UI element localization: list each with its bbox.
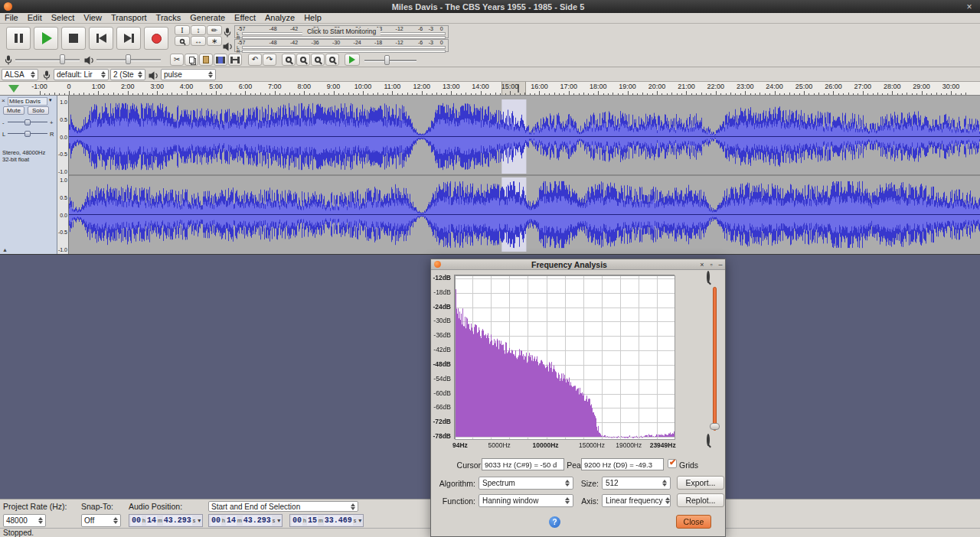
spinner-icon[interactable] [206,71,213,78]
project-rate-select[interactable]: 48000 [3,514,46,527]
spinner-icon[interactable] [111,517,118,524]
stop-button[interactable] [61,27,86,50]
undo-button[interactable]: ↶ [248,54,262,66]
algorithm-select[interactable]: Spectrum [479,477,573,490]
menu-analyze[interactable]: Analyze [260,13,299,23]
fit-selection-button[interactable] [311,54,325,66]
time-seconds[interactable]: 43.293 [243,516,272,526]
menu-help[interactable]: Help [299,13,326,23]
dialog-titlebar[interactable]: Frequency Analysis × ▫ ‒ [431,259,725,270]
zoom-out-button[interactable] [296,54,310,66]
multi-tool-button[interactable]: ∗ [207,36,222,46]
spectrum-plot[interactable] [455,275,675,440]
dialog-minimize-icon[interactable]: ‒ [716,260,725,269]
menu-file[interactable]: File [0,13,23,23]
time-hours[interactable]: 00 [211,516,221,526]
selection-mode-select[interactable]: Start and End of Selection [208,501,358,512]
spinner-icon[interactable] [36,517,43,524]
axis-select[interactable]: Linear frequency [602,494,671,507]
draw-tool-button[interactable]: ✏ [207,25,222,35]
play-button[interactable] [34,27,58,50]
playback-device-select[interactable]: pulse [161,69,216,80]
size-select[interactable]: 512 [602,477,671,490]
spinner-icon[interactable] [348,503,355,510]
time-seconds[interactable]: 33.469 [324,516,353,526]
copy-button[interactable] [185,54,198,66]
peak-value-field[interactable]: 9200 Hz (D9) = -49.3 [581,458,664,470]
spinner-icon[interactable] [563,480,570,487]
plot-zoom-out-icon[interactable] [707,435,710,444]
vertical-scale-ruler[interactable]: 1.00.50.0-0.5-1.0 1.00.50.0-0.5-1.0 [57,96,69,254]
meter-monitor-text[interactable]: Click to Start Monitoring [302,28,381,35]
recording-channels-select[interactable]: 2 (Ste [110,69,145,80]
menu-select[interactable]: Select [47,13,80,23]
pause-button[interactable] [6,27,31,50]
spinner-icon[interactable] [660,480,667,487]
pan-slider[interactable] [8,130,47,138]
selection-tool-button[interactable]: I [175,25,190,35]
help-button[interactable]: ? [549,516,560,528]
skip-to-start-button[interactable] [89,27,113,50]
audio-host-select[interactable]: ALSA [2,69,38,80]
play-speed-slider[interactable] [364,55,416,65]
track-collapse-icon[interactable]: ▲ [2,247,8,252]
track-control-panel[interactable]: × Miles Davis ▾ Mute Solo - + L R Stereo… [0,96,57,254]
gain-slider[interactable] [8,119,47,126]
quickplay-icon[interactable] [8,85,19,93]
dropdown-arrow-icon[interactable]: ▾ [277,517,280,524]
time-hours[interactable]: 00 [131,516,142,526]
spinner-icon[interactable] [663,497,670,504]
time-minutes[interactable]: 14 [226,516,237,526]
selection-start-field[interactable]: 00h14m43.293s▾ [208,514,283,527]
menu-view[interactable]: View [79,13,106,23]
plot-zoom-slider-thumb[interactable] [710,423,720,430]
time-seconds[interactable]: 43.293 [163,516,192,526]
spinner-icon[interactable] [28,71,35,78]
dialog-close-icon[interactable]: × [697,260,707,269]
recording-device-select[interactable]: default: Lir [54,69,109,80]
paste-button[interactable] [199,54,213,66]
menu-edit[interactable]: Edit [23,13,47,23]
record-button[interactable] [144,27,168,50]
skip-to-end-button[interactable] [116,27,141,50]
recording-volume-slider[interactable] [15,54,80,64]
snap-to-select[interactable]: Off [81,514,121,527]
menu-tracks[interactable]: Tracks [152,13,186,23]
cut-button[interactable]: ✂ [170,54,184,66]
track-menu-icon[interactable]: ▾ [49,97,52,103]
playback-volume-slider[interactable] [96,54,161,64]
cursor-value-field[interactable]: 9033 Hz (C#9) = -50 d [482,458,564,470]
dropdown-arrow-icon[interactable]: ▾ [358,517,361,524]
waveform-channel-left[interactable] [69,99,980,174]
slider-thumb[interactable] [24,131,31,137]
slider-thumb[interactable] [60,54,65,64]
silence-audio-button[interactable] [228,54,242,66]
spinner-icon[interactable] [136,71,142,78]
close-button[interactable]: Close [676,515,711,529]
grids-checkbox[interactable]: ✔ [668,459,677,468]
zoom-in-button[interactable] [282,54,296,66]
time-minutes[interactable]: 14 [146,516,157,526]
zoom-tool-button[interactable] [175,36,190,46]
audio-position-field[interactable]: 00h14m43.293s▾ [129,514,203,527]
slider-thumb[interactable] [24,119,31,125]
selection-end-field[interactable]: 00h15m33.469s▾ [289,514,364,527]
dropdown-arrow-icon[interactable]: ▾ [198,517,201,524]
envelope-tool-button[interactable]: ↕ [191,25,206,35]
spinner-icon[interactable] [99,71,106,78]
timeline-ruler[interactable]: -1:0001:002:003:004:005:006:007:008:009:… [0,82,980,96]
menu-generate[interactable]: Generate [185,13,230,23]
time-minutes[interactable]: 15 [307,516,318,526]
trim-audio-button[interactable] [214,54,227,66]
timeshift-tool-button[interactable]: ↔ [191,36,206,46]
redo-button[interactable]: ↷ [263,54,276,66]
recording-meter[interactable]: -57-48-42-36-30-24-18-12-6-30LRClick to … [234,25,449,38]
dialog-maximize-icon[interactable]: ▫ [707,260,716,269]
menu-transport[interactable]: Transport [106,13,152,23]
plot-zoom-slider[interactable] [713,287,717,431]
track-name[interactable]: Miles Davis [8,97,47,106]
track-close-icon[interactable]: × [2,97,5,104]
waveform-channel-right[interactable] [69,177,980,252]
time-hours[interactable]: 00 [292,516,302,526]
solo-button[interactable]: Solo [28,106,49,115]
